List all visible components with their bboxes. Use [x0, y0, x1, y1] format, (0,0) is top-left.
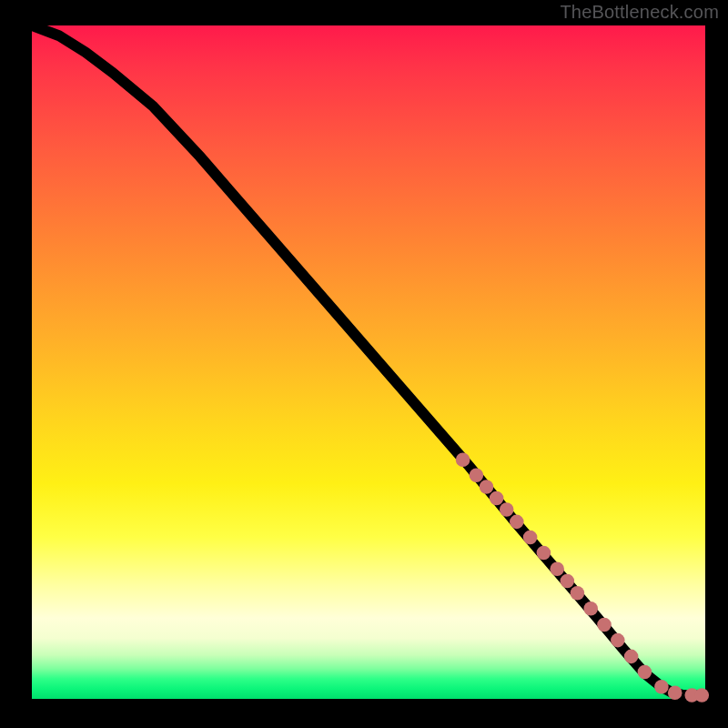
bottleneck-curve [32, 25, 705, 695]
data-point [561, 574, 575, 589]
chart-svg [32, 25, 705, 699]
data-point [695, 688, 710, 703]
data-point [537, 546, 551, 561]
data-point [550, 561, 564, 576]
data-point [624, 650, 639, 664]
data-point [571, 586, 585, 601]
plot-area [32, 25, 705, 699]
chart-frame: TheBottleneck.com [0, 0, 728, 728]
data-point [490, 491, 504, 506]
data-point [510, 515, 524, 530]
data-point [470, 469, 484, 483]
data-point [456, 453, 470, 468]
data-point [638, 665, 652, 680]
data-point [668, 686, 682, 701]
data-point [480, 480, 494, 494]
data-point [523, 531, 538, 545]
data-point [654, 680, 669, 694]
data-point [611, 633, 625, 648]
data-point [597, 618, 612, 632]
watermark-text: TheBottleneck.com [560, 2, 719, 23]
data-point [583, 602, 598, 616]
data-point [500, 502, 514, 517]
